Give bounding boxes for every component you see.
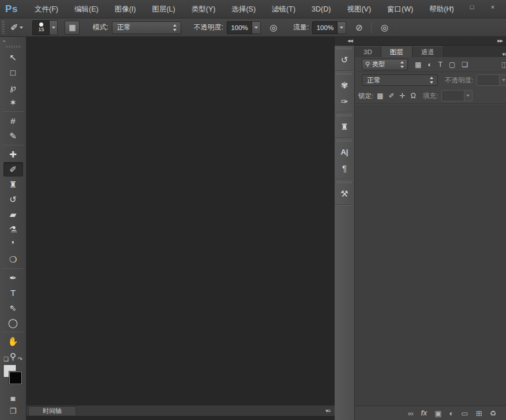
menu-image[interactable]: 图像(I)	[107, 0, 144, 18]
lock-image-pixels-button[interactable]: ✐	[389, 92, 395, 100]
timeline-tab[interactable]: 时间轴	[28, 406, 76, 415]
fill-dropdown-button[interactable]	[464, 90, 473, 102]
opacity-value[interactable]: 100%	[227, 21, 252, 34]
new-group-button[interactable]: ▭	[461, 409, 468, 418]
tool-type[interactable]: T	[3, 286, 23, 300]
tab-layers[interactable]: 图层	[381, 46, 413, 57]
new-layer-button[interactable]: ⊞	[476, 409, 482, 418]
layers-blend-mode-select[interactable]: 正常	[362, 74, 438, 86]
flow-value[interactable]: 100%	[312, 21, 338, 34]
collapse-dock-icon[interactable]: ◀◀	[347, 39, 353, 43]
tool-magic-wand[interactable]: ✶	[3, 95, 23, 110]
swap-colors-icon[interactable]: ↷	[18, 356, 23, 362]
brush-panel-button[interactable]: ✑	[335, 93, 354, 109]
tool-clone-stamp[interactable]: ♜	[3, 177, 23, 192]
menu-select[interactable]: 选择(S)	[223, 0, 264, 18]
toolbar-collapse-icon[interactable]: »	[0, 37, 26, 44]
document-canvas[interactable]: 时间轴 ▾≡	[27, 37, 335, 420]
lock-all-button[interactable]: Ω	[411, 92, 416, 100]
menu-layer[interactable]: 图层(L)	[144, 0, 183, 18]
tool-healing-brush[interactable]: ✚	[3, 147, 23, 162]
layers-panel-footer: ∞ fx ▣ ◐ ▭ ⊞ ♻	[355, 406, 506, 420]
tool-ellipse[interactable]: ◯	[3, 316, 23, 330]
options-gripper[interactable]	[2, 21, 5, 35]
menu-type[interactable]: 类型(Y)	[183, 0, 224, 18]
airbrush-button[interactable]: ⊘	[352, 21, 366, 35]
filter-adjustment-layers-button[interactable]: ◐	[428, 61, 432, 69]
filter-smart-objects-button[interactable]: ❏	[462, 61, 468, 69]
tab-3d[interactable]: 3D	[355, 46, 381, 57]
current-tool-indicator[interactable]: ✐	[10, 22, 23, 33]
close-button[interactable]: ×	[485, 3, 500, 12]
tool-pen[interactable]: ✒	[3, 271, 23, 285]
layers-opacity-value[interactable]	[477, 74, 500, 86]
layers-panel-menu-icon[interactable]: ▾≡	[502, 51, 506, 57]
brush-preset-picker[interactable]: 15	[32, 20, 58, 35]
menu-edit[interactable]: 编辑(E)	[66, 0, 107, 18]
tool-hand[interactable]: ✋	[3, 334, 23, 348]
tool-path-selection[interactable]: ⇖	[3, 301, 23, 315]
tool-crop[interactable]: #	[3, 114, 23, 128]
paragraph-panel-button[interactable]: ¶	[335, 160, 354, 176]
filter-type-select[interactable]: ⚲ 类型	[362, 59, 408, 70]
layers-opacity-dropdown-button[interactable]	[500, 74, 506, 86]
default-colors-icon[interactable]: ❏	[3, 356, 9, 362]
tool-move[interactable]: ↖	[3, 50, 23, 65]
delete-layer-button[interactable]: ♻	[490, 409, 497, 418]
maximize-button[interactable]: □	[464, 3, 479, 12]
quick-mask-button[interactable]: ◙	[5, 392, 22, 404]
filter-toggle-switch[interactable]: ◫	[501, 61, 506, 69]
menu-3d[interactable]: 3D(D)	[303, 0, 339, 18]
pressure-size-button[interactable]: ◎	[377, 21, 391, 35]
menu-file[interactable]: 文件(F)	[27, 0, 66, 18]
history-panel-button[interactable]: ↺	[335, 52, 354, 68]
menu-filter[interactable]: 滤镜(T)	[264, 0, 303, 18]
filter-pixel-layers-button[interactable]: ▦	[415, 61, 421, 69]
tool-brush[interactable]: ✐	[3, 162, 23, 177]
add-layer-mask-button[interactable]: ▣	[434, 409, 441, 418]
tool-presets-panel-button[interactable]: ⚒	[335, 186, 354, 201]
tool-eyedropper[interactable]: ✎	[3, 129, 23, 143]
link-layers-button[interactable]: ∞	[408, 409, 413, 418]
tool-lasso[interactable]: ℘	[3, 80, 23, 95]
filter-type-layers-button[interactable]: T	[438, 61, 443, 69]
panel-gripper[interactable]	[337, 47, 352, 50]
panel-gripper[interactable]	[337, 114, 352, 117]
tab-channels[interactable]: 通道	[413, 46, 444, 57]
blend-mode-value: 正常	[117, 22, 131, 32]
tool-blur[interactable]: ❜	[3, 237, 23, 252]
toolbar-gripper[interactable]	[6, 46, 21, 48]
expand-dock-icon[interactable]: ▶▶	[497, 39, 503, 43]
clone-source-panel-button[interactable]: ♜	[335, 119, 354, 134]
panel-gripper[interactable]	[337, 73, 352, 75]
tool-dodge[interactable]: ❍	[3, 252, 23, 267]
screen-mode-button[interactable]: ❐	[5, 405, 22, 417]
fill-value[interactable]	[441, 90, 464, 102]
layers-list[interactable]	[355, 104, 506, 406]
opacity-dropdown-button[interactable]	[252, 21, 261, 34]
healing-brush-icon: ✚	[9, 149, 17, 160]
brush-presets-panel-button[interactable]: ✾	[335, 77, 354, 93]
pressure-opacity-button[interactable]: ◎	[267, 21, 280, 35]
character-panel-button[interactable]: A|	[335, 144, 354, 160]
toggle-brush-panel-button[interactable]: ▦	[65, 21, 80, 35]
background-color-swatch[interactable]	[9, 372, 22, 384]
panel-gripper[interactable]	[337, 181, 352, 183]
blend-mode-select[interactable]: 正常	[112, 21, 181, 34]
timeline-menu-icon[interactable]: ▾≡	[325, 408, 330, 414]
layer-style-button[interactable]: fx	[421, 409, 428, 417]
lock-transparent-pixels-button[interactable]: ▩	[377, 92, 383, 100]
tool-marquee[interactable]: □	[3, 65, 23, 80]
tool-eraser[interactable]: ▰	[3, 207, 23, 222]
flow-dropdown-button[interactable]	[338, 21, 346, 34]
filter-shape-layers-button[interactable]: ▢	[449, 61, 455, 69]
lock-position-button[interactable]: ✛	[400, 92, 406, 100]
new-adjustment-layer-button[interactable]: ◐	[449, 409, 453, 418]
brush-picker-dropdown-button[interactable]	[50, 20, 58, 35]
panel-gripper[interactable]	[337, 140, 352, 142]
tool-history-brush[interactable]: ↺	[3, 192, 23, 207]
minimize-button[interactable]: ─	[444, 3, 459, 12]
menu-window[interactable]: 窗口(W)	[379, 0, 421, 18]
menu-view[interactable]: 视图(V)	[339, 0, 379, 18]
tool-paint-bucket[interactable]: ⚗	[3, 222, 23, 237]
